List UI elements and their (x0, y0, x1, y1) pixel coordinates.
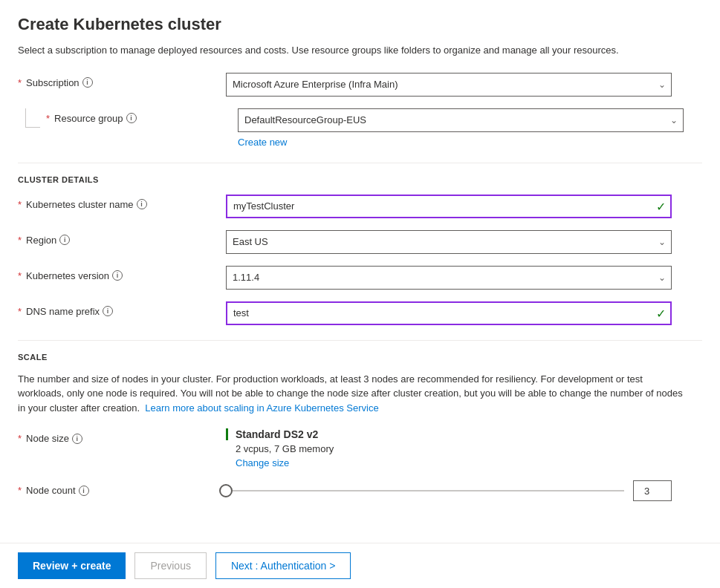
page-description: Select a subscription to manage deployed… (18, 43, 687, 58)
node-count-required-star: * (18, 485, 22, 496)
scale-description: The number and size of nodes in your clu… (18, 372, 687, 416)
region-label: Region (26, 235, 56, 246)
cluster-name-check-icon: ✓ (656, 199, 666, 213)
subscription-required-star: * (18, 77, 22, 88)
node-size-value: Standard DS2 v2 (226, 428, 334, 440)
node-size-required-star: * (18, 433, 22, 444)
region-info-icon[interactable]: i (59, 235, 70, 245)
cluster-name-input[interactable] (226, 195, 672, 218)
node-count-input[interactable] (633, 480, 672, 501)
cluster-name-label: Kubernetes cluster name (26, 199, 134, 210)
k8s-version-required-star: * (18, 270, 22, 281)
dns-prefix-info-icon[interactable]: i (103, 306, 113, 316)
review-create-button[interactable]: Review + create (18, 552, 126, 579)
node-count-info-icon[interactable]: i (79, 486, 89, 496)
node-count-label: Node count (26, 485, 76, 496)
node-size-info-icon[interactable]: i (72, 434, 82, 444)
cluster-details-section-title: CLUSTER DETAILS (18, 163, 702, 184)
region-required-star: * (18, 235, 22, 246)
scale-section-title: SCALE (18, 340, 702, 362)
footer: Review + create Previous Next : Authenti… (0, 543, 720, 588)
resource-group-label: Resource group (54, 113, 123, 124)
cluster-name-info-icon[interactable]: i (137, 199, 147, 209)
cluster-name-required-star: * (18, 199, 22, 210)
create-new-link[interactable]: Create new (238, 137, 287, 148)
next-authentication-button[interactable]: Next : Authentication > (215, 552, 351, 579)
resource-group-required-star: * (46, 113, 50, 124)
scale-learn-more-link[interactable]: Learn more about scaling in Azure Kubern… (145, 402, 378, 414)
subscription-dropdown[interactable]: Microsoft Azure Enterprise (Infra Main) (226, 73, 672, 97)
dns-prefix-required-star: * (18, 306, 22, 317)
region-dropdown[interactable]: East US (226, 230, 672, 254)
node-count-slider-thumb[interactable] (219, 484, 233, 497)
page-title: Create Kubernetes cluster (18, 15, 702, 34)
node-size-label: Node size (26, 433, 69, 444)
dns-prefix-check-icon: ✓ (656, 306, 666, 320)
resource-group-dropdown[interactable]: DefaultResourceGroup-EUS (238, 108, 684, 132)
change-size-link[interactable]: Change size (226, 457, 289, 468)
dns-prefix-label: DNS name prefix (26, 306, 100, 317)
resource-group-info-icon[interactable]: i (126, 113, 137, 123)
k8s-version-label: Kubernetes version (26, 270, 109, 281)
node-size-details: 2 vcpus, 7 GB memory (226, 443, 334, 454)
dns-prefix-input[interactable] (226, 301, 672, 325)
k8s-version-info-icon[interactable]: i (112, 270, 123, 281)
subscription-label: Subscription (26, 77, 80, 88)
subscription-info-icon[interactable]: i (82, 77, 93, 88)
previous-button[interactable]: Previous (134, 552, 206, 579)
k8s-version-dropdown[interactable]: 1.11.4 (226, 266, 672, 290)
